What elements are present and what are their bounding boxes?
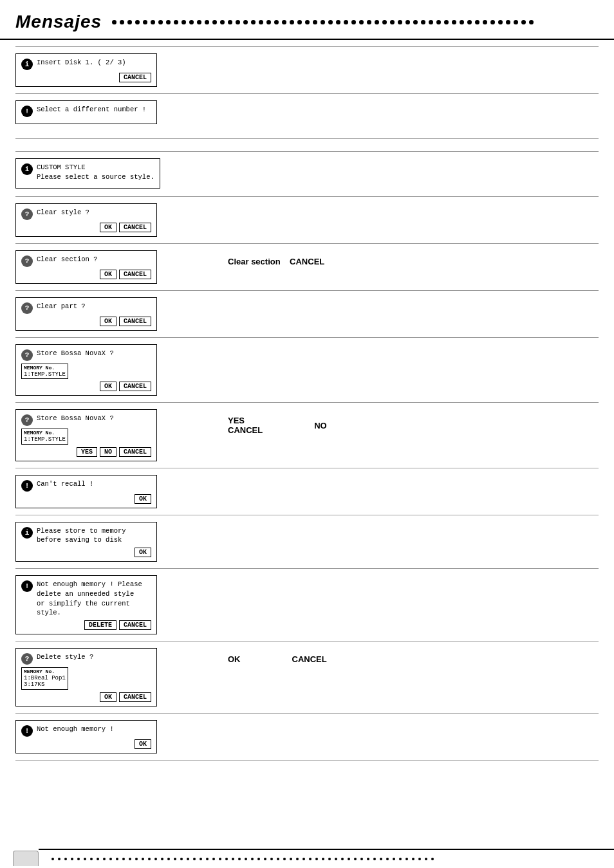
section-row: iCUSTOM STYLE Please select a source sty… <box>15 151 599 196</box>
info-icon: i <box>21 163 33 175</box>
ok-button[interactable]: OK <box>135 548 151 557</box>
dialog-header: iCUSTOM STYLE Please select a source sty… <box>21 163 154 181</box>
dialog-footer: OK <box>21 494 151 504</box>
section-row: ?Store Bossa NovaX ?MEMORY No.1:TEMP.STY… <box>15 337 599 402</box>
footer-dot <box>77 858 80 860</box>
footer-dot <box>431 858 434 860</box>
footer-dot <box>90 858 93 860</box>
left-panel: !Select a different number ! <box>15 100 202 124</box>
header-dot <box>290 20 294 24</box>
footer-dot <box>399 858 402 860</box>
right-panel-clear-section: Clear section CANCEL <box>202 250 599 266</box>
ok-button[interactable]: OK <box>135 494 151 504</box>
dialog-footer: OKCANCEL <box>21 692 151 702</box>
ok-button[interactable]: OK <box>100 270 116 279</box>
header-dot <box>460 20 464 24</box>
ok-button[interactable]: OK <box>100 692 116 702</box>
section-spacer <box>15 138 599 151</box>
footer-dot <box>405 858 408 860</box>
footer-dot <box>277 858 279 860</box>
section-row: !Not enough memory !OK <box>15 713 599 761</box>
section-row: ?Clear section ?OKCANCELClear section CA… <box>15 243 599 290</box>
footer-dot <box>174 858 176 860</box>
yes-button[interactable]: YES <box>77 447 97 457</box>
cancel-button[interactable]: CANCEL <box>119 620 151 630</box>
header-dot <box>151 20 155 24</box>
section-row: ?Clear part ?OKCANCEL <box>15 290 599 337</box>
memory-display: MEMORY No.1:BReal Pop13:17KS <box>21 667 151 690</box>
footer-dots <box>39 849 614 868</box>
header-dot <box>405 20 410 24</box>
question-icon: ? <box>21 302 33 314</box>
cancel-button[interactable]: CANCEL <box>119 73 151 82</box>
dialog-message: Not enough memory ! <box>37 725 151 734</box>
header-dot <box>174 20 178 24</box>
section-row: ?Delete style ?MEMORY No.1:BReal Pop13:1… <box>15 641 599 713</box>
dialog-message: CUSTOM STYLE Please select a source styl… <box>37 163 154 181</box>
left-panel: ?Store Bossa NovaX ?MEMORY No.1:TEMP.STY… <box>15 409 202 461</box>
header-dot <box>189 20 194 24</box>
cancel-button[interactable]: CANCEL <box>119 382 151 391</box>
delete-button[interactable]: DELETE <box>84 620 116 630</box>
dialog-message: Please store to memory before saving to … <box>37 526 151 545</box>
header-dot <box>359 20 364 24</box>
section-row: !Not enough memory ! Please delete an un… <box>15 568 599 641</box>
ok-button[interactable]: OK <box>100 382 116 391</box>
footer-dot <box>71 858 73 860</box>
ok-button[interactable]: OK <box>100 223 116 232</box>
dialog-header: ?Store Bossa NovaX ? <box>21 414 151 426</box>
footer-dot <box>64 858 67 860</box>
ok-button[interactable]: OK <box>100 317 116 326</box>
right-yes-label: YESCANCEL <box>228 416 263 435</box>
header-dot <box>158 20 163 24</box>
footer-dot <box>367 858 369 860</box>
cancel-button[interactable]: CANCEL <box>119 692 151 702</box>
header-dot <box>120 20 124 24</box>
page-footer <box>0 849 614 868</box>
footer-dot <box>257 858 260 860</box>
right-panel-select-number <box>202 100 599 107</box>
footer-dot <box>373 858 376 860</box>
header-dot <box>112 20 116 24</box>
dialog-footer: CANCEL <box>21 73 151 82</box>
right-clear-section-label: Clear section CANCEL <box>228 257 324 266</box>
footer-dot <box>283 858 286 860</box>
cancel-button[interactable]: CANCEL <box>119 270 151 279</box>
header-dot <box>467 20 472 24</box>
footer-dot <box>103 858 106 860</box>
footer-dot <box>418 858 421 860</box>
cancel-button[interactable]: CANCEL <box>119 447 151 457</box>
dialog-header: ?Clear style ? <box>21 208 151 220</box>
right-ok-label: OK <box>228 654 241 664</box>
memory-box: MEMORY No.1:TEMP.STYLE <box>21 364 68 379</box>
warning-icon: ! <box>21 580 33 592</box>
dialog-header: !Not enough memory ! Please delete an un… <box>21 580 151 618</box>
header-dot <box>429 20 433 24</box>
question-icon: ? <box>21 349 33 361</box>
header-dot <box>336 20 340 24</box>
header-dot <box>143 20 147 24</box>
info-icon: i <box>21 527 33 539</box>
question-icon: ? <box>21 653 33 665</box>
header-dot <box>228 20 232 24</box>
footer-dot <box>315 858 318 860</box>
header-dot <box>475 20 479 24</box>
dialog-box-clear-section: ?Clear section ?OKCANCEL <box>15 250 157 284</box>
header-dot <box>313 20 317 24</box>
header-dot <box>436 20 441 24</box>
cancel-button[interactable]: CANCEL <box>119 223 151 232</box>
footer-dot <box>245 858 247 860</box>
memory-display: MEMORY No.1:TEMP.STYLE <box>21 429 151 444</box>
ok-button[interactable]: OK <box>135 739 151 749</box>
footer-dot <box>335 858 337 860</box>
dialog-message: Delete style ? <box>37 652 151 662</box>
left-panel: !Not enough memory ! Please delete an un… <box>15 575 202 634</box>
dialog-box-store-bossa-2: ?Store Bossa NovaX ?MEMORY No.1:TEMP.STY… <box>15 409 157 461</box>
footer-dot <box>161 858 163 860</box>
right-panel-clear-style <box>202 203 599 210</box>
cancel-button[interactable]: CANCEL <box>119 317 151 326</box>
dialog-box-clear-style: ?Clear style ?OKCANCEL <box>15 203 157 237</box>
no-button[interactable]: NO <box>100 447 116 457</box>
header-dot <box>243 20 248 24</box>
dialog-footer: OKCANCEL <box>21 317 151 326</box>
